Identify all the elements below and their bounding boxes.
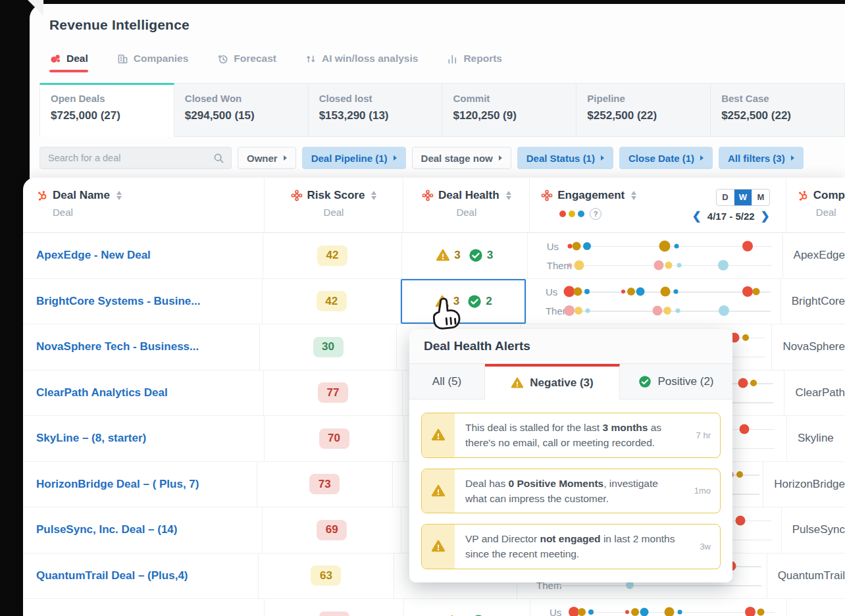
engagement-dot	[621, 290, 625, 294]
card-label: Open Deals	[51, 93, 174, 104]
alert-stripe	[422, 469, 455, 513]
company-cell: QuantumTrail	[767, 553, 845, 599]
column-header-deal-health[interactable]: Deal Health Deal	[403, 178, 530, 232]
period-option-d[interactable]: D	[717, 190, 734, 205]
popup-tabs: All (5)Negative (3)Positive (2)	[409, 364, 732, 399]
primary-nav: DealCompaniesForecastAI win/loss analysi…	[49, 53, 502, 71]
nav-tab-label: Reports	[463, 53, 502, 64]
chevron-left-icon[interactable]: ❮	[692, 211, 702, 222]
engagement-dot	[742, 286, 753, 297]
engagement-timeline: Us	[530, 605, 786, 616]
column-header-deal-name[interactable]: Deal Name Deal	[23, 178, 265, 232]
card-label: Pipeline	[587, 93, 710, 104]
summary-card-pipeline[interactable]: Pipeline$252,500 (22)	[576, 83, 711, 137]
nav-tab-ai-win-loss-analysis[interactable]: AI win/loss analysis	[305, 53, 418, 71]
summary-card-closed-won[interactable]: Closed Won$294,500 (15)	[174, 83, 309, 137]
question-circle-icon[interactable]: ?	[590, 208, 602, 220]
nav-tab-label: Forecast	[234, 53, 276, 64]
summary-card-open-deals[interactable]: Open Deals$725,000 (27)	[39, 83, 174, 137]
deal-name-link[interactable]: PulseSync, Inc. Deal – (14)	[36, 523, 177, 536]
gong-logo-icon	[49, 53, 61, 64]
deal-health-cell[interactable]: 32	[401, 279, 526, 324]
search-box[interactable]	[39, 147, 232, 169]
summary-card-best-case[interactable]: Best Case$252,500 (22)	[711, 83, 845, 137]
page-title: Revenue Intelligence	[49, 17, 190, 33]
deal-health-cell[interactable]: 33	[402, 233, 528, 278]
engagement-dot	[574, 260, 584, 270]
filter-buttons: OwnerDeal Pipeline (1)Deal stage nowDeal…	[238, 147, 804, 169]
column-header-engagement[interactable]: Engagement ? DWM ❮ 4/17 - 5/22 ❯	[530, 178, 786, 232]
deal-name-cell	[23, 599, 265, 616]
deal-name-link[interactable]: QuantumTrail Deal – (Plus,4)	[36, 569, 188, 582]
sort-arrows[interactable]	[116, 191, 122, 201]
deal-name-cell: PulseSync, Inc. Deal – (14)	[23, 507, 263, 553]
deal-name-cell: QuantumTrail Deal – (Plus,4)	[23, 553, 259, 599]
column-header-risk-score[interactable]: Risk Score Deal	[265, 178, 404, 232]
popup-tab-negative-3-[interactable]: Negative (3)	[485, 364, 620, 399]
nav-tab-deal[interactable]: Deal	[49, 53, 88, 71]
warning-icon	[431, 539, 446, 553]
sort-arrows[interactable]	[631, 191, 636, 201]
engagement-cell: UsThem	[530, 599, 787, 616]
nav-tab-label: Deal	[66, 53, 88, 64]
popup-tab-positive-2-[interactable]: Positive (2)	[620, 364, 732, 399]
filter-button-all-filters-3-[interactable]: All filters (3)	[719, 147, 804, 169]
alert-card: This deal is stalled for the last 3 mont…	[421, 413, 721, 458]
table-row: UsThem	[23, 599, 845, 616]
deal-name-link[interactable]: SkyLine – (8, starter)	[36, 432, 146, 445]
nav-tab-companies[interactable]: Companies	[117, 53, 189, 71]
filter-button-deal-status-1-[interactable]: Deal Status (1)	[517, 147, 613, 169]
engagement-dot	[677, 609, 682, 614]
deal-name-link[interactable]: NovaSphere Tech - Business...	[36, 340, 199, 353]
filter-button-deal-pipeline-1-[interactable]: Deal Pipeline (1)	[302, 147, 406, 169]
filter-button-deal-stage-now[interactable]: Deal stage now	[412, 147, 511, 169]
column-header-company[interactable]: Comp Deal	[786, 178, 845, 232]
filter-button-close-date-1-[interactable]: Close Date (1)	[619, 147, 713, 169]
summary-card-closed-lost[interactable]: Closed lost$153,290 (13)	[309, 83, 443, 137]
engagement-dot	[653, 260, 663, 270]
deal-name-link[interactable]: HorizonBridge Deal – ( Plus, 7)	[36, 478, 199, 491]
alert-age: 3w	[682, 525, 720, 569]
deal-name-link[interactable]: BrightCore Systems - Busine...	[36, 295, 200, 308]
column-label: Comp	[813, 189, 845, 202]
table-row: ApexEdge - New Deal4233UsThemApexEdge	[23, 233, 845, 279]
forecast-icon	[217, 53, 228, 64]
warning-icon	[511, 376, 524, 390]
filter-button-owner[interactable]: Owner	[238, 147, 296, 169]
engagement-dot	[575, 307, 582, 315]
summary-card-commit[interactable]: Commit$120,250 (9)	[442, 83, 576, 137]
reports-icon	[447, 53, 458, 64]
engagement-dot	[626, 581, 634, 589]
legend-dot-icon	[578, 211, 584, 217]
sort-arrows[interactable]	[506, 191, 511, 201]
deal-health-cell[interactable]	[404, 599, 530, 616]
alert-stripe	[422, 525, 455, 569]
deal-name-link[interactable]: ClearPath Analytics Deal	[36, 386, 168, 399]
engagement-timeline: Them	[526, 303, 781, 318]
risk-score-cell: 69	[263, 507, 401, 553]
engagement-dot	[742, 334, 749, 341]
companies-icon	[117, 53, 128, 64]
alert-message: This deal is stalled for the last 3 mont…	[455, 413, 682, 457]
company-name: ClearPath	[795, 386, 845, 399]
caret-right-icon	[700, 155, 704, 161]
engagement-dot	[665, 261, 673, 269]
company-cell: PulseSync	[782, 507, 845, 553]
column-label: Risk Score	[307, 189, 365, 202]
card-label: Closed Won	[185, 93, 308, 104]
period-option-w[interactable]: W	[734, 190, 752, 205]
nav-tab-reports[interactable]: Reports	[447, 53, 502, 71]
deal-name-link[interactable]: ApexEdge - New Deal	[36, 249, 151, 262]
risk-score-badge: 30	[313, 337, 344, 357]
nav-tab-forecast[interactable]: Forecast	[217, 53, 276, 71]
engagement-dot	[588, 609, 594, 615]
column-sublabel: Deal	[53, 207, 264, 218]
period-option-m[interactable]: M	[752, 190, 769, 205]
popup-tab-all-5-[interactable]: All (5)	[409, 364, 485, 399]
risk-score-badge	[319, 611, 349, 616]
engagement-dot	[584, 289, 590, 294]
search-input[interactable]	[47, 152, 213, 164]
chevron-right-icon[interactable]: ❯	[761, 211, 770, 222]
sort-arrows[interactable]	[371, 191, 376, 201]
risk-score-cell: 30	[260, 324, 397, 370]
